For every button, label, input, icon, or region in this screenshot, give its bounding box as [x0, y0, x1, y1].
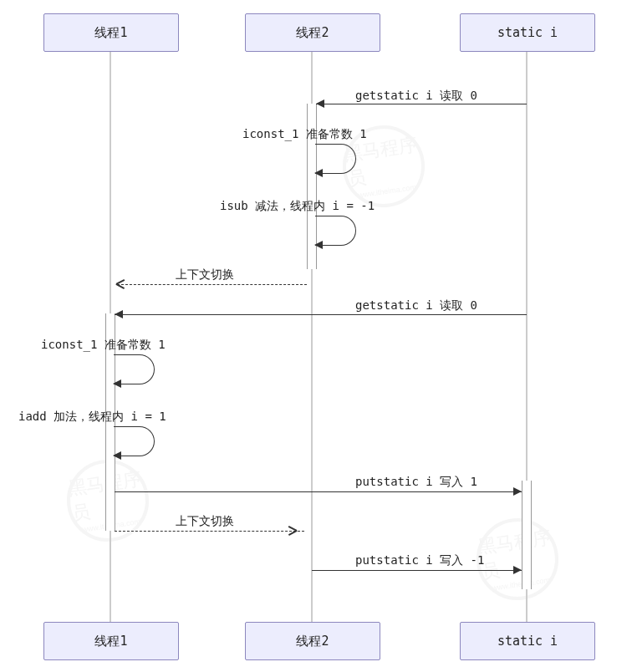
self-loop: [315, 144, 356, 174]
arrowhead-icon: [314, 169, 323, 177]
message-arrow: [115, 314, 527, 315]
message-arrow: [316, 104, 527, 104]
message-label: iconst_1 准备常数 1: [41, 338, 166, 353]
arrowhead-icon: [316, 99, 324, 108]
participant-label: 线程2: [296, 25, 329, 41]
self-loop: [114, 354, 155, 384]
participant-label: 线程1: [94, 25, 127, 41]
participant-label: 线程2: [296, 634, 329, 649]
participant-thread1-bottom: 线程1: [43, 622, 179, 660]
message-label: 上下文切换: [176, 514, 234, 529]
message-label: putstatic i 写入 -1: [355, 553, 484, 568]
participant-thread2-bottom: 线程2: [245, 622, 380, 660]
participant-label: static i: [497, 634, 558, 649]
message-arrow: [115, 491, 522, 492]
arrowhead-icon: [513, 487, 522, 496]
self-loop: [315, 216, 356, 246]
self-loop: [114, 426, 155, 456]
arrowhead-icon: [113, 379, 121, 388]
arrowhead-icon: [115, 310, 123, 318]
participant-label: 线程1: [94, 634, 127, 649]
participant-label: static i: [497, 25, 558, 40]
message-arrow-dashed: [115, 531, 304, 532]
message-arrow-dashed: [117, 284, 307, 285]
message-label: putstatic i 写入 1: [355, 475, 477, 490]
activation-static-i: [522, 481, 532, 589]
sequence-diagram: 黑马程序员www.itheima.com 黑马程序员www.itheima.co…: [0, 0, 632, 672]
arrowhead-icon: [314, 241, 323, 249]
message-label: isub 减法，线程内 i = -1: [220, 199, 375, 214]
participant-static-i-top: static i: [460, 13, 595, 52]
arrowhead-icon: [513, 566, 522, 574]
message-label: iconst_1 准备常数 1: [242, 127, 367, 142]
message-label: 上下文切换: [176, 267, 234, 283]
message-arrow: [312, 570, 522, 571]
watermark: 黑马程序员www.itheima.com: [471, 513, 564, 606]
message-label: iadd 加法，线程内 i = 1: [18, 410, 166, 425]
message-label: getstatic i 读取 0: [355, 89, 477, 104]
arrowhead-icon: [113, 451, 121, 460]
message-label: getstatic i 读取 0: [355, 298, 477, 313]
participant-static-i-bottom: static i: [460, 622, 595, 660]
participant-thread1-top: 线程1: [43, 13, 179, 52]
participant-thread2-top: 线程2: [245, 13, 380, 52]
